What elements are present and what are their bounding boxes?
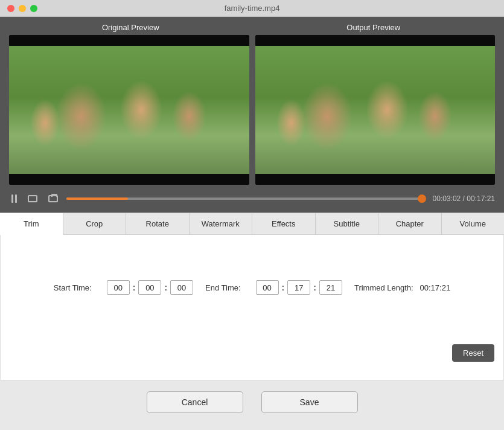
total-time: 00:17:21 bbox=[467, 194, 495, 203]
video-top-bar-2 bbox=[255, 35, 496, 46]
trim-content: Start Time: : : End Time: : : bbox=[10, 244, 494, 371]
preview-labels: Original Preview Output Preview bbox=[9, 23, 495, 32]
tabs-row: Trim Crop Rotate Watermark Effects Subti… bbox=[0, 213, 504, 235]
tabs-section: Trim Crop Rotate Watermark Effects Subti… bbox=[0, 213, 504, 380]
aspect-ratio-button[interactable] bbox=[25, 193, 40, 205]
end-sec-input[interactable] bbox=[319, 280, 342, 295]
tab-watermark[interactable]: Watermark bbox=[190, 213, 253, 234]
original-preview-label: Original Preview bbox=[9, 23, 252, 32]
tab-chapter[interactable]: Chapter bbox=[378, 213, 442, 234]
progress-fill bbox=[66, 197, 128, 200]
window-title: family-time.mp4 bbox=[225, 4, 280, 13]
sep2: : bbox=[164, 283, 167, 292]
preview-videos bbox=[9, 35, 495, 185]
screenshot-button[interactable] bbox=[46, 193, 60, 205]
video-bottom-bar-2 bbox=[255, 174, 496, 185]
pause-button[interactable] bbox=[9, 192, 19, 205]
tab-effects[interactable]: Effects bbox=[252, 213, 316, 234]
controls-bar: 00:03:02 / 00:17:21 bbox=[0, 185, 504, 213]
start-time-label: Start Time: bbox=[54, 283, 92, 292]
tab-crop[interactable]: Crop bbox=[63, 213, 127, 234]
rect-icon bbox=[28, 195, 37, 202]
pause-icon bbox=[11, 194, 17, 203]
reset-button[interactable]: Reset bbox=[452, 344, 494, 362]
sep3: : bbox=[282, 283, 285, 292]
start-time-group: : : bbox=[107, 280, 193, 295]
cancel-button[interactable]: Cancel bbox=[147, 391, 243, 413]
maximize-button[interactable] bbox=[30, 5, 37, 12]
minimize-button[interactable] bbox=[19, 5, 26, 12]
video-top-bar bbox=[9, 35, 249, 46]
output-video-panel bbox=[255, 35, 496, 185]
video-bottom-bar bbox=[9, 174, 249, 185]
end-time-group: : : bbox=[256, 280, 342, 295]
preview-area: Original Preview Output Preview bbox=[0, 17, 504, 185]
progress-bar[interactable] bbox=[66, 197, 422, 200]
tab-rotate[interactable]: Rotate bbox=[126, 213, 190, 234]
progress-thumb bbox=[418, 194, 426, 203]
camera-icon bbox=[48, 195, 58, 202]
trim-inputs: Start Time: : : End Time: : : bbox=[10, 280, 494, 295]
bottom-bar: Cancel Save bbox=[0, 380, 504, 424]
end-time-label: End Time: bbox=[205, 283, 241, 292]
start-sec-input[interactable] bbox=[170, 280, 193, 295]
start-hour-input[interactable] bbox=[107, 280, 130, 295]
time-display: 00:03:02 / 00:17:21 bbox=[433, 194, 495, 203]
save-button[interactable]: Save bbox=[261, 391, 358, 413]
output-video-frame bbox=[255, 46, 496, 174]
end-hour-input[interactable] bbox=[256, 280, 279, 295]
tab-volume[interactable]: Volume bbox=[442, 213, 505, 234]
current-time: 00:03:02 bbox=[433, 194, 461, 203]
sep1: : bbox=[133, 283, 136, 292]
tab-subtitle[interactable]: Subtitle bbox=[316, 213, 379, 234]
reset-button-wrap: Reset bbox=[452, 344, 494, 362]
trimmed-length-label: Trimmed Length: 00:17:21 bbox=[354, 283, 450, 292]
tab-trim[interactable]: Trim bbox=[0, 213, 63, 235]
tab-content: Start Time: : : End Time: : : bbox=[0, 235, 504, 380]
close-button[interactable] bbox=[7, 5, 14, 12]
window-controls bbox=[7, 5, 37, 12]
trimmed-length-value: 00:17:21 bbox=[420, 283, 451, 292]
output-preview-label: Output Preview bbox=[252, 23, 496, 32]
original-video-panel bbox=[9, 35, 249, 185]
title-bar: family-time.mp4 bbox=[0, 0, 504, 17]
original-video-frame bbox=[9, 46, 249, 174]
sep4: : bbox=[313, 283, 316, 292]
start-min-input[interactable] bbox=[138, 280, 161, 295]
end-min-input[interactable] bbox=[287, 280, 310, 295]
